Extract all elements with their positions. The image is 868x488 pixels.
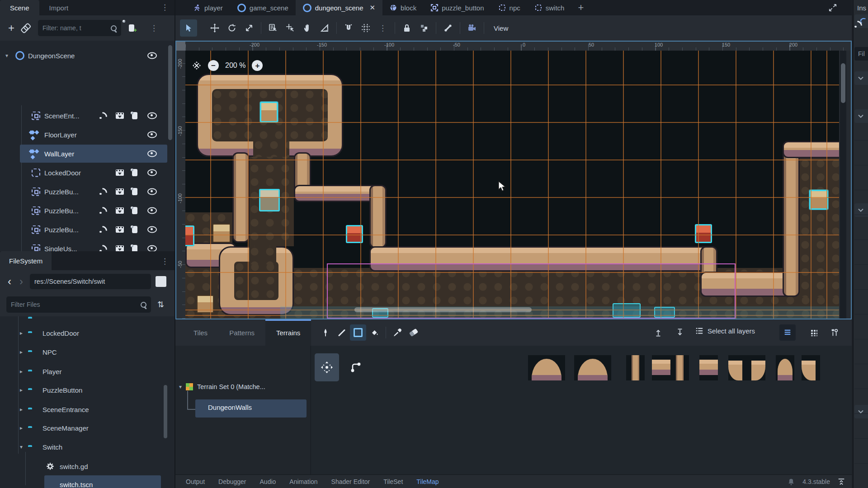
move-tool-button[interactable] — [206, 19, 223, 37]
filesystem-item-scenemanager[interactable]: ▸ SceneManager — [0, 418, 175, 437]
chevron-right-icon[interactable]: ▸ — [20, 387, 23, 393]
tab-import[interactable]: Import — [39, 0, 79, 15]
panel-tileset[interactable]: TileSet — [377, 478, 410, 485]
chevron-right-icon[interactable]: ▸ — [20, 406, 23, 413]
path-field[interactable]: res://Scenes/Switch/swit — [30, 274, 151, 289]
attach-script-button[interactable]: + — [124, 20, 139, 36]
center-view-icon[interactable] — [192, 61, 202, 70]
script-icon[interactable] — [132, 207, 137, 214]
visibility-eye-icon[interactable] — [147, 188, 157, 195]
tree-row-floorlayer[interactable]: FloorLayer — [0, 125, 175, 144]
red-chest-object[interactable] — [346, 225, 363, 243]
move-pivot-tool-button[interactable] — [282, 19, 299, 37]
snap-options-menu[interactable]: ⋮ — [374, 19, 392, 37]
pan-tool-button[interactable] — [299, 19, 316, 37]
select-tool-button[interactable] — [180, 19, 197, 37]
scenetab-block[interactable]: block — [382, 0, 424, 15]
chevron-right-icon[interactable]: ▸ — [20, 349, 23, 355]
red-chest-object[interactable] — [695, 224, 712, 243]
node-dock-tab[interactable] — [854, 14, 868, 28]
scenetab-player[interactable]: player — [186, 0, 230, 15]
filesystem-title[interactable]: FileSystem — [0, 251, 52, 270]
script-icon[interactable] — [132, 112, 137, 119]
scenetab-game-scene[interactable]: game_scene — [230, 0, 296, 15]
paint-tool-button[interactable] — [317, 324, 334, 341]
panel-audio[interactable]: Audio — [253, 478, 283, 485]
smart-snap-toggle[interactable] — [340, 19, 357, 37]
panel-shader-editor[interactable]: Shader Editor — [325, 478, 377, 485]
terrain-tile[interactable] — [528, 355, 547, 380]
tab-patterns[interactable]: Patterns — [218, 319, 265, 346]
script-icon[interactable] — [132, 169, 137, 176]
tree-row-dungeonscene[interactable]: ▾ DungeonScene — [0, 46, 175, 65]
view-menu-button[interactable]: View — [487, 22, 514, 35]
scale-tool-button[interactable] — [241, 19, 258, 37]
filesystem-scrollbar[interactable] — [164, 385, 167, 438]
visibility-eye-icon[interactable] — [147, 150, 157, 157]
terrain-tile[interactable] — [802, 355, 820, 380]
grid-snap-toggle[interactable] — [357, 19, 374, 37]
inspector-section-chevron[interactable] — [854, 71, 868, 85]
dock-menu-icon[interactable]: ⋮ — [161, 3, 169, 12]
torch-object[interactable] — [185, 225, 194, 246]
tree-row-singleuse[interactable]: SingleUs... — [0, 239, 175, 251]
vertical-scrollbar[interactable] — [841, 63, 845, 103]
chevron-down-icon[interactable]: ▾ — [20, 444, 23, 450]
highlight-layer-toggle[interactable] — [779, 324, 796, 341]
panel-output[interactable]: Output — [179, 478, 212, 485]
chest-object[interactable] — [809, 190, 828, 210]
chevron-right-icon[interactable]: ▸ — [20, 368, 23, 375]
connect-mode-button[interactable] — [315, 353, 339, 381]
visibility-eye-icon[interactable] — [147, 245, 157, 252]
tab-tiles[interactable]: Tiles — [183, 319, 218, 346]
filesystem-item-switch-tscn[interactable]: switch.tscn — [0, 475, 175, 488]
group-button[interactable] — [415, 19, 433, 37]
nav-forward-icon[interactable]: › — [15, 275, 27, 288]
panel-debugger[interactable]: Debugger — [212, 478, 253, 485]
camera-override-button[interactable] — [463, 19, 481, 37]
grid-view-button[interactable] — [806, 324, 822, 341]
terrain-selected-row[interactable]: DungeonWalls — [195, 399, 307, 418]
layer-selector-dropdown[interactable]: Select all layers — [695, 327, 755, 335]
nav-back-icon[interactable]: ‹ — [4, 275, 15, 288]
bucket-tool-button[interactable] — [366, 324, 382, 341]
tab-terrains[interactable]: Terrains — [265, 319, 311, 346]
skeleton-options-button[interactable] — [439, 19, 457, 37]
terrain-set-row[interactable]: ▾ Terrain Set 0 (Matche... — [179, 383, 265, 391]
visibility-eye-icon[interactable] — [147, 52, 157, 59]
chevron-down-icon[interactable]: ▾ — [179, 384, 182, 390]
inspector-section-chevron[interactable] — [854, 109, 868, 123]
chest-object[interactable] — [212, 224, 231, 243]
new-tab-button[interactable]: + — [571, 0, 590, 15]
terrain-tile[interactable] — [699, 355, 718, 380]
filesystem-menu-icon[interactable]: ⋮ — [161, 257, 169, 266]
scene-tree-scrollbar[interactable] — [168, 45, 172, 140]
chevron-right-icon[interactable]: ▸ — [20, 330, 23, 336]
open-scene-icon[interactable] — [116, 207, 124, 214]
sort-files-icon[interactable]: ⇅ — [157, 300, 164, 310]
tree-row-puzzlebutton1[interactable]: PuzzleBu... — [0, 182, 175, 201]
display-mode-button[interactable] — [156, 276, 166, 287]
visibility-eye-icon[interactable] — [147, 226, 157, 233]
inspector-title[interactable]: Ins — [854, 3, 868, 13]
script-icon[interactable] — [132, 188, 137, 195]
open-scene-icon[interactable] — [116, 169, 124, 176]
distraction-free-icon[interactable] — [828, 3, 837, 12]
script-icon[interactable] — [132, 245, 137, 251]
chevron-right-icon[interactable]: ▸ — [20, 425, 23, 431]
instance-scene-button[interactable] — [19, 20, 34, 36]
path-mode-button[interactable] — [344, 353, 368, 381]
tilemap-canvas[interactable] — [185, 51, 839, 319]
open-scene-icon[interactable] — [116, 245, 124, 251]
close-icon[interactable]: ✕ — [370, 4, 376, 12]
notification-bell-icon[interactable] — [787, 478, 795, 486]
visibility-eye-icon[interactable] — [147, 207, 157, 214]
list-select-tool-button[interactable] — [264, 19, 282, 37]
panel-tilemap[interactable]: TileMap — [410, 478, 445, 485]
terrain-tile[interactable] — [626, 355, 645, 380]
filter-files-input[interactable]: Filter Files — [6, 296, 151, 313]
tree-row-puzzlebutton2[interactable]: PuzzleBu... — [0, 201, 175, 220]
line-tool-button[interactable] — [334, 324, 350, 341]
zoom-level-label[interactable]: 200 % — [225, 61, 245, 70]
horizontal-scrollbar[interactable] — [354, 307, 532, 312]
